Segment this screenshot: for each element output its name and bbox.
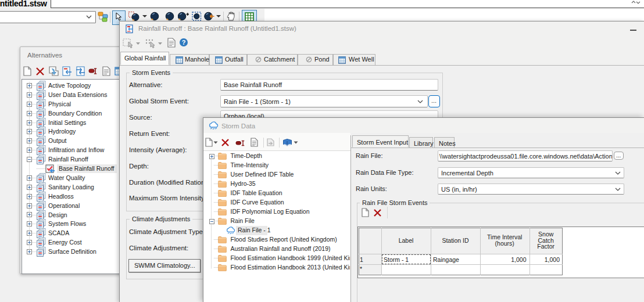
- svg-text:?: ?: [182, 39, 186, 46]
